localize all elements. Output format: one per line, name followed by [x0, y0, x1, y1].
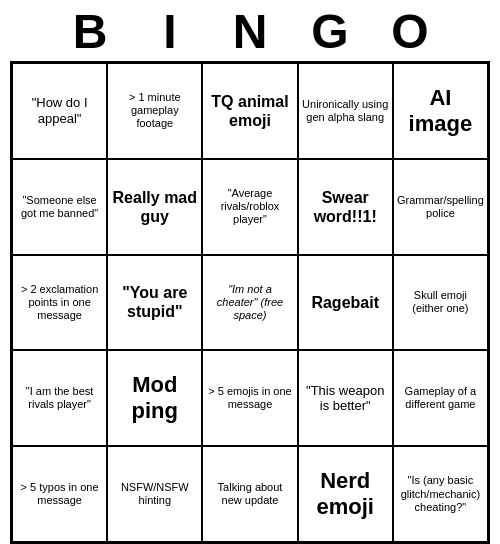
bingo-cell-17: > 5 emojis in one message	[202, 350, 297, 446]
bingo-cell-5: "Someone else got me banned"	[12, 159, 107, 255]
bingo-cell-4: AI image	[393, 63, 488, 159]
bingo-cell-2: TQ animal emoji	[202, 63, 297, 159]
bingo-cell-21: NSFW/NSFW hinting	[107, 446, 202, 542]
bingo-cell-9: Grammar/spelling police	[393, 159, 488, 255]
bingo-cell-12: "Im not a cheater" (free space)	[202, 255, 297, 351]
bingo-cell-13: Ragebait	[298, 255, 393, 351]
title-o: O	[370, 4, 450, 59]
bingo-grid: "How do I appeal"> 1 minute gameplay foo…	[10, 61, 490, 544]
bingo-cell-8: Swear word!!1!	[298, 159, 393, 255]
bingo-cell-24: "Is (any basic glitch/mechanic) cheating…	[393, 446, 488, 542]
title-g: G	[290, 4, 370, 59]
bingo-cell-1: > 1 minute gameplay footage	[107, 63, 202, 159]
bingo-cell-3: Unironically using gen alpha slang	[298, 63, 393, 159]
title-n: N	[210, 4, 290, 59]
bingo-cell-14: Skull emoji (either one)	[393, 255, 488, 351]
bingo-cell-19: Gameplay of a different game	[393, 350, 488, 446]
bingo-cell-15: "I am the best rivals player"	[12, 350, 107, 446]
bingo-cell-11: "You are stupid"	[107, 255, 202, 351]
bingo-cell-7: "Average rivals/roblox player"	[202, 159, 297, 255]
bingo-cell-18: "This weapon is better"	[298, 350, 393, 446]
bingo-title: B I N G O	[10, 0, 490, 61]
bingo-cell-16: Mod ping	[107, 350, 202, 446]
bingo-cell-20: > 5 typos in one message	[12, 446, 107, 542]
bingo-cell-0: "How do I appeal"	[12, 63, 107, 159]
bingo-cell-10: > 2 exclamation points in one message	[12, 255, 107, 351]
title-i: I	[130, 4, 210, 59]
bingo-cell-22: Talking about new update	[202, 446, 297, 542]
bingo-cell-23: Nerd emoji	[298, 446, 393, 542]
bingo-cell-6: Really mad guy	[107, 159, 202, 255]
title-b: B	[50, 4, 130, 59]
